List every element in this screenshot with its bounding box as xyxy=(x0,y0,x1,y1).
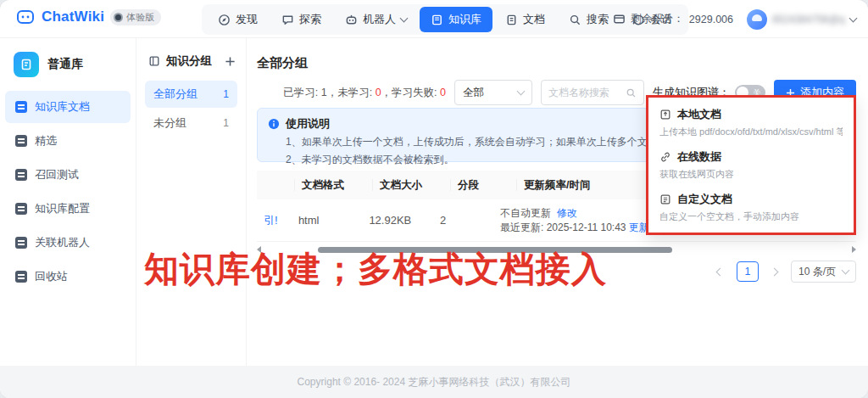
nav-item-discover[interactable]: 发现 xyxy=(207,7,269,32)
sidebar-item-recall-test[interactable]: 召回测试 xyxy=(5,159,131,191)
nav-label: 机器人 xyxy=(363,12,396,27)
modify-link[interactable]: 修改 xyxy=(557,207,577,219)
credits: 剩余积分：2929.006 xyxy=(613,12,733,26)
stat-failed-value: 0 xyxy=(440,87,446,98)
doc-search-input[interactable] xyxy=(548,87,621,98)
credits-icon xyxy=(613,13,626,25)
trial-icon xyxy=(114,13,123,22)
library-name: 普通库 xyxy=(47,57,83,72)
next-page-icon[interactable] xyxy=(765,261,784,282)
menu-item-desc: 上传本地 pdf/docx/ofd/txt/md/xlsx/csv/html 等… xyxy=(659,126,843,138)
trial-badge-label: 体验版 xyxy=(126,11,154,24)
sidebar-item-featured[interactable]: 精选 xyxy=(5,125,131,157)
library-icon xyxy=(14,52,39,77)
sidebar-item-label: 召回测试 xyxy=(35,167,79,182)
topbar: ChatWiki 体验版 发现 探索 机器人 知识库 xyxy=(0,0,868,38)
group-item-ungrouped[interactable]: 未分组 1 xyxy=(145,109,237,137)
nav-item-documents[interactable]: 文档 xyxy=(494,7,556,32)
learning-stats: 已学习: 1，未学习: 0，学习失败: 0 xyxy=(283,86,446,100)
sidebar-item-label: 知识库文档 xyxy=(35,99,90,115)
menu-item-desc: 获取在线网页内容 xyxy=(659,168,843,181)
menu-item-local-document[interactable]: 本地文档 上传本地 pdf/docx/ofd/txt/md/xlsx/csv/h… xyxy=(659,107,843,138)
library-header: 普通库 xyxy=(0,38,136,89)
avatar xyxy=(747,9,767,30)
group-item-all[interactable]: 全部分组 1 xyxy=(145,81,237,108)
sidebar-item-linked-robots[interactable]: 关联机器人 xyxy=(5,227,131,259)
group-label: 未分组 xyxy=(153,115,186,131)
chevron-down-icon xyxy=(517,87,526,96)
last-update: 最近更新: 2025-12-11 10:43 xyxy=(500,221,626,233)
col-format: 文档格式 xyxy=(294,179,372,191)
chatwiki-app: ChatWiki 体验版 发现 探索 机器人 知识库 xyxy=(0,0,868,398)
user-email: 8524384756@q... xyxy=(772,14,845,25)
pagination: 1 10 条/页 xyxy=(711,261,856,283)
brand[interactable]: ChatWiki 体验版 xyxy=(15,7,161,27)
doc-size: 12.92KB xyxy=(362,214,433,227)
footer-copyright: Copyright © 2016- 2024 芝麻小事网络科技（武汉）有限公司 xyxy=(0,366,868,398)
stat-sep: ， xyxy=(327,87,338,98)
doc-search xyxy=(541,80,644,105)
nav-item-robot[interactable]: 机器人 xyxy=(334,7,418,32)
kb-documents-icon xyxy=(15,101,27,113)
annotation-text: 知识库创建；多格式文档接入 xyxy=(144,246,607,293)
nav-item-search[interactable]: 搜索 xyxy=(558,7,620,32)
doc-segments: 2 xyxy=(433,214,493,227)
sidebar: 普通库 知识库文档 精选 召回测试 知识库配置 关联机器人 回收站 xyxy=(0,38,136,398)
page-number[interactable]: 1 xyxy=(737,261,759,282)
menu-item-desc: 自定义一个空文档，手动添加内容 xyxy=(659,210,843,223)
update-mode: 不自动更新 xyxy=(500,207,551,219)
nav-label: 探索 xyxy=(299,12,321,27)
add-group-icon[interactable] xyxy=(225,56,236,67)
robot-icon xyxy=(345,14,358,26)
nav-label: 搜索 xyxy=(587,12,609,27)
col-size: 文档大小 xyxy=(372,179,450,191)
doc-format: html xyxy=(292,214,363,227)
nav-label: 文档 xyxy=(523,12,545,27)
page-size-select[interactable]: 10 条/页 xyxy=(791,261,856,283)
search-icon[interactable] xyxy=(626,87,637,98)
topbar-right: 剩余积分：2929.006 8524384756@q... xyxy=(613,0,856,38)
sidebar-item-recycle-bin[interactable]: 回收站 xyxy=(5,261,131,293)
sidebar-item-kb-documents[interactable]: 知识库文档 xyxy=(5,91,131,123)
info-icon xyxy=(268,118,280,130)
kb-config-icon xyxy=(15,203,27,215)
sidebar-item-kb-config[interactable]: 知识库配置 xyxy=(5,193,131,225)
scroll-right-icon[interactable] xyxy=(852,246,856,253)
sidebar-item-label: 回收站 xyxy=(35,269,68,284)
stat-learned-label: 已学习: xyxy=(283,87,320,98)
nav-item-knowledge-base[interactable]: 知识库 xyxy=(420,7,492,32)
doc-update-info: 不自动更新 修改 最近更新: 2025-12-11 10:43 更新 xyxy=(493,206,656,235)
status-filter-select[interactable]: 全部 xyxy=(454,80,532,105)
recycle-bin-icon xyxy=(15,271,27,283)
featured-icon xyxy=(15,135,27,147)
nav-label: 知识库 xyxy=(448,12,481,27)
menu-item-online-data[interactable]: 在线数据 获取在线网页内容 xyxy=(659,149,843,181)
user-menu[interactable]: 8524384756@q... xyxy=(747,9,856,30)
sidebar-item-label: 知识库配置 xyxy=(35,201,90,216)
chevron-down-icon xyxy=(842,266,850,275)
stat-sep: ， xyxy=(381,87,392,98)
nav-item-explore[interactable]: 探索 xyxy=(270,7,332,32)
credits-label: 剩余积分： xyxy=(631,12,684,26)
group-count: 1 xyxy=(223,117,229,129)
groups-header: 知识分组 xyxy=(136,38,246,79)
groups-title: 知识分组 xyxy=(166,53,219,69)
prev-page-icon[interactable] xyxy=(711,261,730,282)
document-icon xyxy=(505,14,518,26)
menu-item-title: 自定义文档 xyxy=(677,192,732,207)
credits-value: 2929.006 xyxy=(689,14,733,25)
trial-badge: 体验版 xyxy=(110,9,161,25)
linked-robots-icon xyxy=(15,237,27,249)
stat-learned-value: 1 xyxy=(321,87,327,98)
stat-failed-label: 学习失败: xyxy=(392,87,440,98)
menu-item-custom-document[interactable]: 自定义文档 自定义一个空文档，手动添加内容 xyxy=(659,192,843,223)
chatwiki-logo-icon xyxy=(15,7,36,27)
group-label: 全部分组 xyxy=(153,87,198,102)
usage-notice-title: 使用说明 xyxy=(286,116,330,132)
doc-name-fragment[interactable]: 引! xyxy=(257,213,292,228)
recall-test-icon xyxy=(15,169,27,181)
link-icon xyxy=(659,151,671,163)
stat-unlearned-label: 未学习: xyxy=(337,87,375,98)
groups-panel: 知识分组 全部分组 1 未分组 1 xyxy=(136,38,246,398)
add-content-menu: 本地文档 上传本地 pdf/docx/ofd/txt/md/xlsx/csv/h… xyxy=(646,95,856,235)
